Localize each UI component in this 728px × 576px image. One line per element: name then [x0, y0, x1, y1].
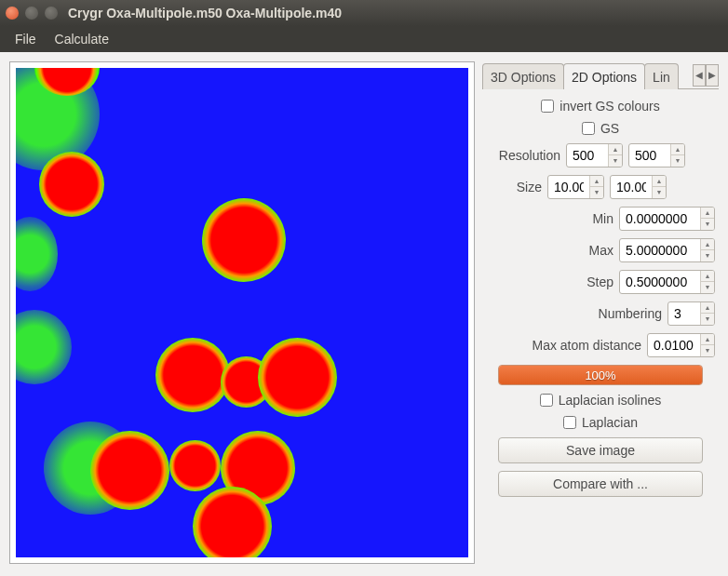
chevron-down-icon[interactable]: ▼: [609, 155, 622, 167]
gs-label: GS: [600, 121, 619, 136]
plot-canvas: [9, 61, 475, 564]
min-input[interactable]: [620, 208, 700, 230]
invert-gs-checkbox[interactable]: invert GS colours: [541, 99, 659, 114]
invert-gs-input[interactable]: [541, 100, 554, 113]
min-label: Min: [592, 211, 613, 226]
resolution-height-stepper[interactable]: ▲▼: [628, 143, 685, 167]
chevron-up-icon[interactable]: ▲: [653, 176, 666, 187]
tab-scroll-right[interactable]: ▶: [706, 64, 719, 87]
tab-3d-options[interactable]: 3D Options: [482, 63, 564, 89]
window-titlebar: Crygr Oxa-Multipole.m50 Oxa-Multipole.m4…: [0, 0, 728, 26]
chevron-up-icon[interactable]: ▲: [701, 271, 714, 282]
numbering-input[interactable]: [668, 302, 700, 325]
numbering-stepper[interactable]: ▲▼: [667, 301, 715, 326]
max-atom-distance-input[interactable]: [648, 334, 700, 356]
tab-bar: 3D Options 2D Options Lin ◀ ▶: [482, 61, 719, 89]
laplacian-checkbox[interactable]: Laplacian: [563, 415, 638, 430]
maximize-icon[interactable]: [45, 7, 58, 20]
chevron-up-icon[interactable]: ▲: [609, 144, 622, 155]
gs-input[interactable]: [582, 122, 595, 135]
resolution-height-input[interactable]: [629, 144, 670, 167]
max-atom-distance-stepper[interactable]: ▲▼: [647, 333, 715, 357]
size-height-input[interactable]: [611, 176, 652, 198]
minimize-icon[interactable]: [25, 7, 38, 20]
laplacian-isolines-checkbox[interactable]: Laplacian isolines: [540, 393, 662, 408]
laplacian-input[interactable]: [563, 416, 576, 429]
window-title: Crygr Oxa-Multipole.m50 Oxa-Multipole.m4…: [68, 6, 342, 20]
compare-with-button[interactable]: Compare with ...: [498, 471, 703, 497]
options-panel: 3D Options 2D Options Lin ◀ ▶ invert GS …: [482, 61, 719, 567]
chevron-up-icon[interactable]: ▲: [590, 176, 603, 187]
chevron-down-icon[interactable]: ▼: [701, 345, 714, 356]
invert-gs-label: invert GS colours: [559, 99, 659, 114]
step-input[interactable]: [620, 271, 700, 293]
chevron-down-icon[interactable]: ▼: [671, 155, 684, 167]
size-height-stepper[interactable]: ▲▼: [610, 175, 667, 199]
close-icon[interactable]: [6, 7, 19, 20]
max-stepper[interactable]: ▲▼: [619, 238, 715, 262]
chevron-down-icon[interactable]: ▼: [590, 187, 603, 198]
chevron-up-icon[interactable]: ▲: [671, 144, 684, 155]
size-label: Size: [486, 180, 542, 194]
menu-calculate[interactable]: Calculate: [46, 28, 118, 50]
progress-label: 100%: [499, 366, 702, 384]
max-label: Max: [589, 243, 613, 258]
density-map[interactable]: [16, 68, 468, 557]
gs-checkbox[interactable]: GS: [582, 121, 619, 136]
chevron-down-icon[interactable]: ▼: [701, 314, 714, 325]
menubar: File Calculate: [0, 26, 728, 52]
chevron-down-icon[interactable]: ▼: [653, 187, 666, 198]
chevron-up-icon[interactable]: ▲: [701, 302, 714, 314]
resolution-width-input[interactable]: [567, 144, 608, 167]
step-label: Step: [586, 275, 613, 289]
step-stepper[interactable]: ▲▼: [619, 270, 715, 294]
chevron-down-icon[interactable]: ▼: [701, 250, 714, 261]
progress-bar: 100%: [498, 365, 703, 385]
tab-2d-options[interactable]: 2D Options: [563, 63, 645, 89]
max-input[interactable]: [620, 239, 700, 261]
save-image-button[interactable]: Save image: [498, 437, 703, 463]
size-width-stepper[interactable]: ▲▼: [547, 175, 604, 199]
laplacian-isolines-label: Laplacian isolines: [559, 393, 662, 408]
tab-scroll-left[interactable]: ◀: [693, 64, 706, 87]
resolution-width-stepper[interactable]: ▲▼: [566, 143, 623, 167]
laplacian-isolines-input[interactable]: [540, 394, 553, 407]
chevron-down-icon[interactable]: ▼: [701, 282, 714, 293]
chevron-up-icon[interactable]: ▲: [701, 208, 714, 219]
size-width-input[interactable]: [548, 176, 589, 198]
numbering-label: Numbering: [599, 306, 662, 321]
min-stepper[interactable]: ▲▼: [619, 207, 715, 231]
tab-limits[interactable]: Lin: [644, 63, 679, 89]
menu-file[interactable]: File: [6, 28, 46, 50]
chevron-down-icon[interactable]: ▼: [701, 219, 714, 230]
resolution-label: Resolution: [486, 148, 560, 163]
chevron-up-icon[interactable]: ▲: [701, 334, 714, 345]
chevron-up-icon[interactable]: ▲: [701, 239, 714, 250]
laplacian-label: Laplacian: [582, 415, 638, 430]
max-atom-distance-label: Max atom distance: [533, 338, 642, 353]
